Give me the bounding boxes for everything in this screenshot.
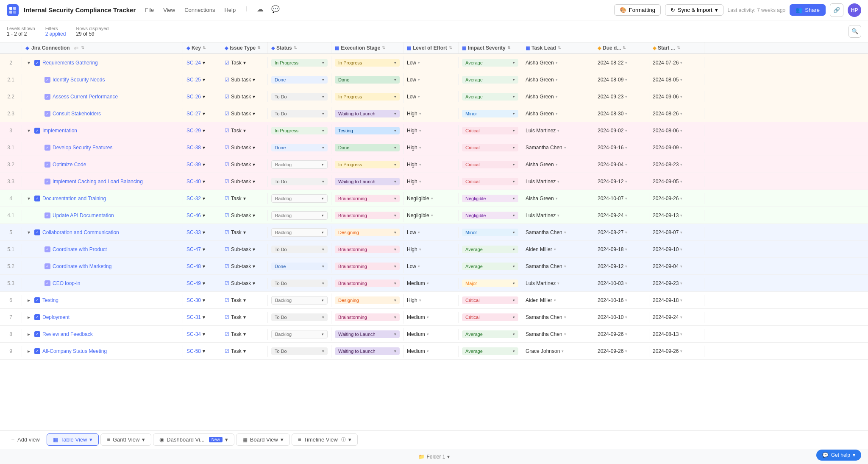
start-dropdown-icon[interactable]: ▾ — [680, 179, 682, 184]
impact-dropdown-icon[interactable]: ▾ — [513, 162, 515, 167]
cell-exec[interactable]: In Progress ▾ — [331, 90, 403, 103]
cell-lead[interactable]: Aisha Green ▾ — [522, 74, 594, 85]
issue-dropdown[interactable]: ▾ — [253, 94, 255, 100]
effort-dropdown-icon[interactable]: ▾ — [427, 332, 429, 336]
cell-status[interactable]: To Do ▾ — [268, 345, 331, 358]
impact-dropdown-icon[interactable]: ▾ — [513, 332, 515, 336]
lead-dropdown-icon[interactable]: ▾ — [556, 112, 558, 116]
effort-dropdown-icon[interactable]: ▾ — [419, 247, 421, 252]
cell-exec[interactable]: Brainstorming ▾ — [331, 311, 403, 324]
nav-view[interactable]: View — [162, 5, 176, 15]
expand-icon[interactable]: ▸ — [25, 297, 32, 304]
exec-dropdown-icon[interactable]: ▾ — [394, 112, 396, 116]
cell-status[interactable]: In Progress ▾ — [268, 56, 331, 69]
sync-button[interactable]: ↻ Sync & Import ▾ — [665, 4, 723, 16]
cell-impact[interactable]: Critical ▾ — [459, 158, 522, 171]
task-name-link[interactable]: Coordinate with Marketing — [53, 263, 111, 269]
link-button[interactable]: 🔗 — [830, 3, 843, 17]
due-dropdown-icon[interactable]: ▾ — [625, 315, 627, 319]
table-wrapper[interactable]: ◆ Jira Connection 🏷 ⇅ ◆ Key ⇅ ◆ Issue Ty… — [0, 42, 868, 430]
lead-dropdown-icon[interactable]: ▾ — [556, 61, 558, 65]
checkbox[interactable]: ✓ — [45, 94, 50, 100]
task-name-link[interactable]: Review and Feedback — [42, 331, 93, 337]
effort-dropdown-icon[interactable]: ▾ — [427, 315, 429, 319]
exec-dropdown-icon[interactable]: ▾ — [394, 145, 396, 150]
task-name-link[interactable]: Requirements Gathering — [42, 60, 98, 66]
comment-icon[interactable]: 💬 — [271, 5, 280, 15]
cell-impact[interactable]: Average ▾ — [459, 260, 522, 273]
tab-gantt-view[interactable]: ≡ Gantt View ▾ — [100, 433, 151, 446]
key-dropdown[interactable]: ▾ — [203, 128, 205, 134]
cell-exec[interactable]: Designing ▾ — [331, 226, 403, 239]
expand-icon[interactable]: ▸ — [25, 314, 32, 321]
checkbox[interactable]: ✓ — [45, 246, 50, 252]
cell-exec[interactable]: Done ▾ — [331, 73, 403, 86]
status-dropdown-icon[interactable]: ▾ — [322, 349, 324, 353]
key-link[interactable]: SC-58 — [186, 348, 201, 354]
cell-effort[interactable]: High ▾ — [403, 244, 459, 255]
exec-dropdown-icon[interactable]: ▾ — [394, 129, 396, 133]
effort-dropdown-icon[interactable]: ▾ — [419, 298, 421, 302]
cell-status[interactable]: To Do ▾ — [268, 311, 331, 324]
cell-impact[interactable]: Critical ▾ — [459, 175, 522, 188]
cell-exec[interactable]: Designing ▾ — [331, 294, 403, 307]
impact-dropdown-icon[interactable]: ▾ — [513, 61, 515, 65]
due-dropdown-icon[interactable]: ▾ — [625, 145, 627, 150]
effort-dropdown-icon[interactable]: ▾ — [418, 264, 420, 268]
share-button[interactable]: 👥 Share — [790, 4, 826, 16]
cloud-icon[interactable]: ☁ — [257, 5, 264, 15]
cell-impact[interactable]: Critical ▾ — [459, 124, 522, 137]
status-dropdown-icon[interactable]: ▾ — [322, 95, 324, 99]
task-name-link[interactable]: Deployment — [42, 314, 70, 320]
start-dropdown-icon[interactable]: ▾ — [680, 145, 682, 150]
due-dropdown-icon[interactable]: ▾ — [625, 162, 627, 167]
search-button[interactable]: 🔍 — [849, 25, 861, 38]
cell-lead[interactable]: Samantha Chen ▾ — [522, 227, 594, 238]
col-due[interactable]: ◆ Due d... ⇅ — [594, 42, 649, 53]
lead-dropdown-icon[interactable]: ▾ — [556, 78, 558, 82]
exec-dropdown-icon[interactable]: ▾ — [394, 332, 396, 336]
status-dropdown-icon[interactable]: ▾ — [322, 332, 324, 336]
cell-lead[interactable]: Aisha Green ▾ — [522, 91, 594, 102]
checkbox[interactable]: ✓ — [34, 60, 40, 66]
expand-icon[interactable]: ▾ — [25, 127, 32, 134]
due-dropdown-icon[interactable]: ▾ — [625, 349, 627, 353]
key-dropdown[interactable]: ▾ — [203, 212, 205, 218]
issue-dropdown[interactable]: ▾ — [243, 229, 246, 235]
cell-exec[interactable]: In Progress ▾ — [331, 158, 403, 171]
exec-dropdown-icon[interactable]: ▾ — [394, 196, 396, 201]
lead-dropdown-icon[interactable]: ▾ — [564, 145, 566, 150]
start-dropdown-icon[interactable]: ▾ — [680, 349, 682, 353]
cell-status[interactable]: Backlog ▾ — [268, 209, 331, 222]
col-effort[interactable]: ▦ Level of Effort ⇅ — [403, 42, 459, 53]
issue-dropdown[interactable]: ▾ — [253, 212, 255, 218]
cell-impact[interactable]: Critical ▾ — [459, 294, 522, 307]
effort-dropdown-icon[interactable]: ▾ — [419, 179, 421, 184]
lead-dropdown-icon[interactable]: ▾ — [557, 213, 559, 218]
key-link[interactable]: SC-25 — [186, 77, 201, 83]
effort-dropdown-icon[interactable]: ▾ — [431, 213, 433, 218]
issue-dropdown[interactable]: ▾ — [253, 145, 255, 151]
nav-file[interactable]: File — [144, 5, 155, 15]
start-dropdown-icon[interactable]: ▾ — [680, 162, 682, 167]
key-dropdown[interactable]: ▾ — [203, 60, 205, 66]
cell-exec[interactable]: Brainstorming ▾ — [331, 243, 403, 256]
issue-dropdown[interactable]: ▾ — [253, 246, 255, 252]
key-link[interactable]: SC-33 — [186, 229, 201, 235]
cell-impact[interactable]: Average ▾ — [459, 243, 522, 256]
cell-status[interactable]: To Do ▾ — [268, 175, 331, 188]
cell-exec[interactable]: Brainstorming ▾ — [331, 192, 403, 205]
due-dropdown-icon[interactable]: ▾ — [625, 230, 627, 235]
task-name-link[interactable]: Develop Security Features — [53, 145, 112, 151]
col-jira[interactable]: ◆ Jira Connection 🏷 ⇅ — [22, 42, 183, 53]
effort-dropdown-icon[interactable]: ▾ — [419, 112, 421, 116]
issue-dropdown[interactable]: ▾ — [253, 162, 255, 168]
cell-impact[interactable]: Major ▾ — [459, 277, 522, 290]
expand-icon[interactable]: ▾ — [25, 195, 32, 202]
cell-lead[interactable]: Samantha Chen ▾ — [522, 329, 594, 340]
cell-status[interactable]: Backlog ▾ — [268, 293, 331, 307]
cell-lead[interactable]: Luis Martinez ▾ — [522, 210, 594, 221]
cell-exec[interactable]: Waiting to Launch ▾ — [331, 175, 403, 188]
status-dropdown-icon[interactable]: ▾ — [322, 247, 324, 252]
cell-effort[interactable]: High ▾ — [403, 176, 459, 187]
